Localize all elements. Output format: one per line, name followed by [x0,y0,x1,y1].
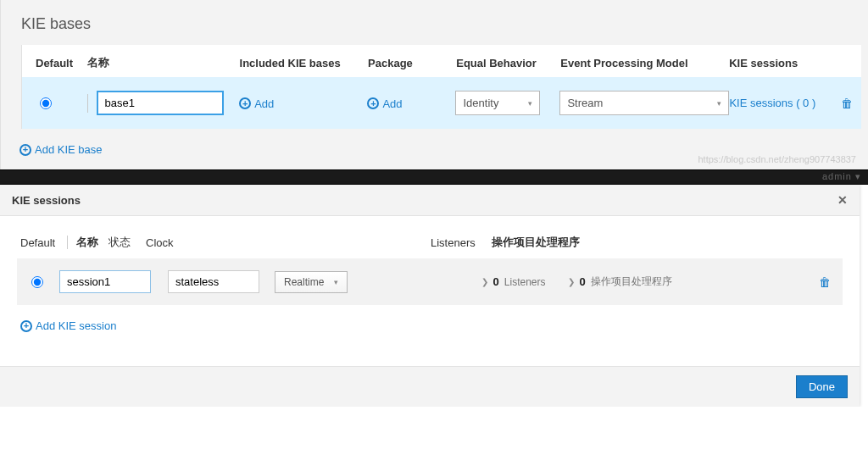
header-equal-behavior: Equal Behavior [456,57,560,69]
kie-base-name-input[interactable] [97,91,224,115]
header-state: 状态 [108,235,146,250]
chevron-down-icon: ▾ [334,278,338,286]
add-session-label: Add KIE session [36,319,116,332]
add-kie-session-button[interactable]: + Add KIE session [20,319,116,332]
kie-sessions-header-row: Default 名称 状态 Clock Listeners 操作项目处理程序 [0,216,860,258]
header-listeners: Listeners [431,236,492,249]
divider [87,94,88,113]
session-default-radio[interactable] [31,276,43,288]
header-included: Included KIE bases [240,57,369,69]
add-kie-base-button[interactable]: + Add KIE base [19,143,103,156]
header-name: 名称 [76,235,108,250]
kie-bases-panel: KIE bases Default 名称 Included KIE bases … [0,0,868,169]
kie-sessions-modal: KIE sessions ✕ Default 名称 状态 Clock Liste… [0,185,860,407]
add-package-button[interactable]: + Add [367,97,402,110]
modal-title: KIE sessions [12,194,81,207]
plus-circle-icon: + [239,97,251,109]
session-state-input[interactable] [168,270,259,293]
listeners-label: Listeners [504,276,546,288]
kie-bases-header-row: Default 名称 Included KIE bases Package Eq… [22,45,861,77]
plus-circle-icon: + [367,97,379,109]
modal-footer: Done [0,366,860,407]
modal-header: KIE sessions ✕ [0,185,860,216]
chevron-right-icon: ❯ [568,277,575,286]
default-radio[interactable] [40,97,52,109]
listeners-link[interactable]: ❯ 0 Listeners [481,275,546,288]
session-clock-value: Realtime [284,276,324,288]
equal-behavior-select[interactable]: Identity ▾ [455,91,540,115]
kie-bases-title: KIE bases [1,0,868,45]
kie-sessions-link[interactable]: KIE sessions ( 0 ) [729,97,815,109]
trash-icon[interactable]: 🗑 [841,97,853,110]
done-button[interactable]: Done [796,375,848,398]
header-default: Default [31,57,87,69]
handlers-count: 0 [580,275,586,288]
chevron-down-icon: ▾ [717,99,721,108]
close-icon[interactable]: ✕ [837,193,848,207]
header-clock: Clock [146,236,197,249]
divider [67,236,68,249]
add-label: Add [254,97,274,110]
event-processing-select[interactable]: Stream ▾ [559,91,729,115]
plus-circle-icon: + [19,144,31,156]
header-handlers: 操作项目处理程序 [492,235,593,250]
header-package: Package [368,57,456,69]
chevron-right-icon: ❯ [481,277,488,286]
add-included-base-button[interactable]: + Add [239,97,274,110]
event-processing-value: Stream [567,97,603,109]
trash-icon[interactable]: 🗑 [819,275,831,289]
add-kie-base-label: Add KIE base [35,143,103,156]
session-name-input[interactable] [59,270,151,293]
header-kie-sessions: KIE sessions [729,57,833,69]
kie-base-row: + Add + Add Identity ▾ Stream ▾ [22,77,861,129]
handlers-link[interactable]: ❯ 0 操作项目处理程序 [568,275,672,289]
plus-circle-icon: + [20,320,32,332]
kie-bases-table: Default 名称 Included KIE bases Package Eq… [21,45,861,129]
header-event-processing: Event Processing Model [560,57,729,69]
header-default: Default [20,236,67,249]
admin-menu-hint: admin ▾ [822,171,861,182]
kie-session-row: Realtime ▾ ❯ 0 Listeners ❯ 0 操作项目处理程序 🗑 [17,258,843,305]
equal-behavior-value: Identity [463,97,498,109]
background-app-bar: admin ▾ [0,169,868,185]
chevron-down-icon: ▾ [528,99,532,108]
watermark: https://blog.csdn.net/zheng907743837 [698,154,856,164]
header-name: 名称 [87,55,240,70]
handlers-label: 操作项目处理程序 [591,275,672,289]
listeners-count: 0 [493,275,499,288]
session-clock-select[interactable]: Realtime ▾ [275,271,348,293]
add-label: Add [382,97,402,110]
